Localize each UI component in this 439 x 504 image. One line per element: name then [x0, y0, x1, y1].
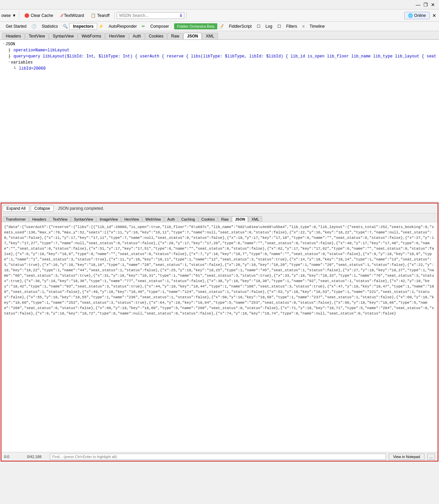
btab-syntaxview[interactable]: SyntaxView: [71, 216, 96, 222]
inspector-icon: 🔍: [63, 24, 68, 29]
json-status-text: JSON parsing completed.: [58, 206, 104, 211]
tearoff-icon: 📋: [91, 13, 96, 18]
online-button[interactable]: 🌐 Online: [404, 12, 430, 19]
main-toolbar: owse ▼ 🔴 Clear Cache 𝒯 TextWizard 📋 Tear…: [0, 9, 439, 22]
expand-all-button[interactable]: Expand All: [3, 205, 29, 212]
online-icon: 🌐: [408, 13, 413, 18]
browse-control: owse ▼: [1, 12, 17, 19]
tab-autoresponder[interactable]: AutoResponder: [105, 23, 140, 30]
clear-cache-icon: 🔴: [24, 13, 29, 18]
tree-root-label: JSON: [5, 41, 15, 47]
browse-dropdown-icon[interactable]: ▼: [11, 12, 17, 19]
itab-hexview[interactable]: HexView: [105, 33, 129, 39]
find-input[interactable]: [50, 454, 386, 460]
clock-icon: 🕐: [31, 24, 36, 29]
clear-cache-button[interactable]: 🔴 Clear Cache: [21, 12, 56, 19]
timeline-icon: ≡: [302, 24, 305, 29]
btab-raw[interactable]: Raw: [218, 216, 231, 222]
tree-operation-val: operationName=libLayout: [13, 47, 70, 53]
itab-headers[interactable]: Headers: [2, 33, 25, 39]
browse-label: owse: [1, 13, 11, 18]
tree-indent-1: ├: [8, 47, 13, 53]
itab-textview[interactable]: TextView: [25, 33, 49, 39]
separator-2: [114, 11, 115, 20]
btab-caching[interactable]: Caching: [178, 216, 198, 222]
find-box: [50, 454, 386, 460]
cursor-position: 0:0: [4, 455, 24, 459]
view-in-notepad-button[interactable]: View in Notepad: [389, 454, 424, 460]
separator-1: [19, 11, 19, 20]
restore-button[interactable]: ❐: [422, 1, 429, 8]
bottom-inspector-tabs: Transformer Headers TextView SyntaxView …: [1, 213, 438, 222]
tree-indent-3: └: [13, 66, 19, 72]
toolbar-close-button[interactable]: ✕: [431, 12, 438, 19]
text-wizard-icon: 𝒯: [60, 13, 63, 18]
itab-xml[interactable]: XML: [202, 33, 218, 39]
tab-inspectors[interactable]: Inspectors: [69, 23, 97, 30]
tree-indent-2: ├: [8, 53, 13, 59]
log-checkbox-icon: ☐: [257, 24, 260, 29]
text-wizard-button[interactable]: 𝒯 TextWizard: [57, 12, 87, 19]
btab-headers[interactable]: Headers: [29, 216, 50, 222]
msdn-search-box[interactable]: ℹ: [117, 12, 184, 19]
tree-variables-label: variables: [11, 59, 33, 66]
btab-cookies[interactable]: Cookies: [198, 216, 218, 222]
btab-json[interactable]: JSON: [232, 216, 248, 222]
json-response-content[interactable]: {"data":{"userAuth":{"reserve":{"libs":[…: [1, 222, 438, 452]
tree-libid: └ libId=20060: [3, 66, 436, 72]
itab-webforms[interactable]: WebForms: [78, 33, 105, 39]
btab-transformer[interactable]: Transformer: [3, 216, 29, 222]
minimize-button[interactable]: —: [415, 1, 421, 8]
composer-icon: ✏: [142, 24, 145, 29]
tab-timeline[interactable]: Timeline: [306, 23, 329, 30]
variables-toggle-icon[interactable]: −: [8, 59, 10, 66]
filters-checkbox-icon: ☐: [277, 24, 281, 29]
fiddlerscript-icon: 📝: [219, 24, 224, 29]
tab-composer[interactable]: Composer: [146, 23, 172, 30]
itab-auth[interactable]: Auth: [129, 33, 145, 39]
tree-libid-val: libId=20060: [19, 66, 46, 72]
separator-3: [186, 11, 187, 20]
tab-get-started[interactable]: Get Started: [2, 23, 30, 30]
nav-tabs: Get Started 🕐 Statistics 🔍 Inspectors ⚡ …: [0, 22, 439, 31]
tab-statistics[interactable]: Statistics: [38, 23, 61, 30]
btab-textview[interactable]: TextView: [50, 216, 71, 222]
more-button[interactable]: ...: [427, 454, 435, 460]
btab-xml[interactable]: XML: [248, 216, 262, 222]
bottom-response-panel: Expand All Collapse JSON parsing complet…: [1, 203, 438, 461]
btab-auth[interactable]: Auth: [164, 216, 178, 222]
autoresponder-icon: ⚡: [99, 24, 104, 29]
bottom-toolbar: Expand All Collapse JSON parsing complet…: [1, 203, 438, 213]
upper-inspector-tabs: Headers TextView SyntaxView WebForms Hex…: [0, 31, 439, 40]
tree-operation-name: ├ operationName=libLayout: [3, 47, 436, 53]
collapse-button[interactable]: Collapse: [31, 205, 54, 212]
itab-raw[interactable]: Raw: [167, 33, 183, 39]
tab-filters[interactable]: Filters: [282, 23, 301, 30]
tree-query: ├ query=query libLayout($libId: Int, $li…: [3, 53, 436, 59]
btab-imageview[interactable]: ImageView: [97, 216, 121, 222]
json-tree-panel: − JSON ├ operationName=libLayout ├ query…: [0, 40, 439, 202]
status-bar: 0:0 0/42,188 View in Notepad ...: [1, 452, 438, 461]
title-bar: — ❐ ✕: [0, 0, 439, 9]
tree-root: − JSON: [3, 41, 436, 47]
tree-variables: − variables: [3, 59, 436, 66]
itab-syntaxview[interactable]: SyntaxView: [49, 33, 77, 39]
btab-hexview[interactable]: HexView: [121, 216, 142, 222]
root-toggle-icon[interactable]: −: [3, 41, 5, 47]
itab-cookies[interactable]: Cookies: [145, 33, 167, 39]
msdn-search-input[interactable]: [119, 13, 179, 18]
tab-fiddler-orchestra[interactable]: Fiddler Orchestra Beta: [174, 23, 218, 29]
tab-fiddlerscript[interactable]: FiddlerScript: [225, 23, 255, 30]
tearoff-button[interactable]: 📋 Tearoff: [88, 12, 112, 19]
close-button[interactable]: ✕: [430, 1, 436, 8]
tab-log[interactable]: Log: [262, 23, 276, 30]
result-count: 0/42,188: [27, 455, 47, 459]
itab-json[interactable]: JSON: [183, 33, 202, 39]
tree-query-val: query=query libLayout($libId: Int, $libT…: [13, 53, 436, 59]
btab-webview[interactable]: WebView: [142, 216, 164, 222]
info-icon: ℹ: [180, 13, 182, 18]
